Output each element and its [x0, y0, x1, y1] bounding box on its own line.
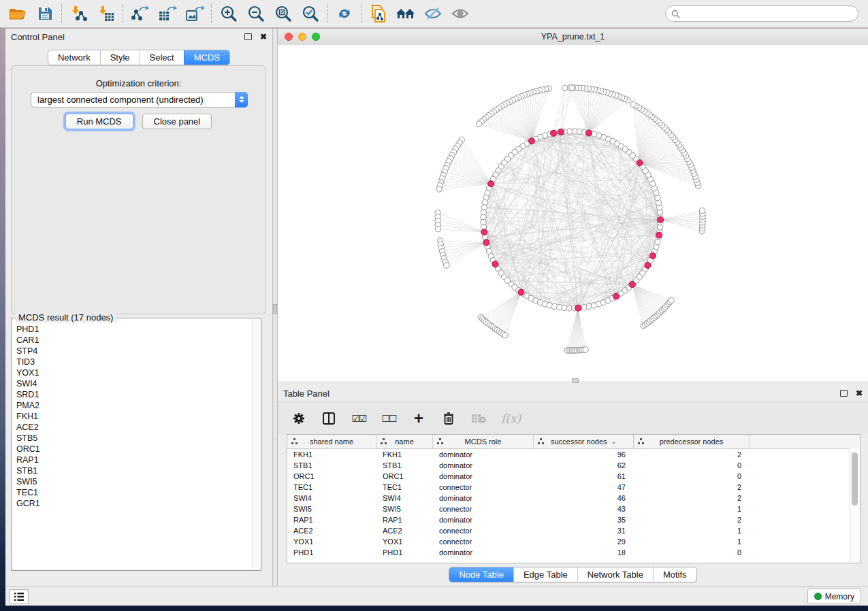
tab-motifs[interactable]: Motifs: [653, 567, 696, 582]
table-row[interactable]: ACE2ACE2connector311: [287, 525, 860, 536]
float-panel-icon[interactable]: [244, 33, 252, 40]
add-column-button[interactable]: +: [411, 410, 426, 427]
task-history-button[interactable]: [10, 589, 29, 604]
first-neighbors-button[interactable]: [392, 2, 419, 25]
vertical-splitter[interactable]: [272, 29, 278, 587]
graph-mcds-hub-node[interactable]: [575, 305, 581, 311]
graph-satellite-node[interactable]: [630, 101, 636, 107]
run-mcds-button[interactable]: Run MCDS: [65, 114, 133, 129]
graph-mcds-hub-node[interactable]: [492, 261, 498, 267]
graph-satellite-node[interactable]: [435, 227, 440, 232]
horizontal-splitter-handle[interactable]: [572, 378, 579, 383]
graph-satellite-node[interactable]: [583, 347, 588, 352]
mcds-result-item[interactable]: FKH1: [16, 411, 252, 422]
tab-mcds[interactable]: MCDS: [184, 50, 229, 65]
mcds-result-item[interactable]: CAR1: [16, 335, 252, 346]
table-row[interactable]: SWI5SWI5connector431: [287, 503, 860, 514]
table-options-button[interactable]: [291, 410, 306, 427]
export-image-button[interactable]: [181, 2, 208, 25]
graph-mcds-hub-node[interactable]: [481, 229, 487, 235]
mcds-result-item[interactable]: RAP1: [16, 455, 252, 465]
show-column-panel-button[interactable]: [321, 410, 336, 427]
table-row[interactable]: YOX1YOX1connector291: [287, 536, 860, 547]
graph-satellite-node[interactable]: [699, 208, 705, 213]
graph-mcds-hub-node[interactable]: [658, 217, 664, 223]
graph-mcds-hub-node[interactable]: [558, 129, 564, 135]
graph-mcds-hub-node[interactable]: [645, 263, 651, 269]
table-row[interactable]: FKH1FKH1dominator962: [287, 449, 860, 460]
table-row[interactable]: RAP1RAP1dominator352: [287, 514, 860, 525]
export-network-button[interactable]: [127, 2, 154, 25]
graph-mcds-hub-node[interactable]: [613, 293, 620, 299]
graph-mcds-hub-node[interactable]: [637, 160, 643, 166]
column-header-predecessor-nodes[interactable]: predecessor nodes: [634, 435, 750, 448]
import-network-button[interactable]: [65, 2, 93, 25]
graph-mcds-hub-node[interactable]: [585, 130, 592, 136]
mcds-result-item[interactable]: SRD1: [16, 389, 252, 400]
graph-mcds-hub-node[interactable]: [529, 138, 535, 144]
graph-mcds-hub-node[interactable]: [551, 130, 557, 136]
network-graph[interactable]: [278, 45, 868, 381]
table-row[interactable]: ORC1ORC1dominator610: [287, 471, 860, 482]
mcds-result-item[interactable]: STB1: [16, 465, 252, 476]
hide-selected-button[interactable]: [419, 2, 447, 25]
deselect-all-rows-button[interactable]: ☐☐: [381, 410, 396, 427]
zoom-selected-button[interactable]: [297, 2, 324, 25]
tab-style[interactable]: Style: [100, 50, 140, 65]
delete-column-button[interactable]: [441, 410, 456, 427]
tab-node-table[interactable]: Node Table: [449, 567, 513, 582]
tab-network-table[interactable]: Network Table: [577, 567, 653, 582]
column-header-name[interactable]: name: [376, 435, 433, 448]
float-panel-icon[interactable]: [840, 390, 848, 397]
column-header-successor-nodes[interactable]: successor nodes⌄: [534, 435, 634, 448]
graph-satellite-node[interactable]: [502, 333, 508, 338]
graph-mcds-hub-node[interactable]: [518, 289, 524, 295]
graph-satellite-node[interactable]: [562, 85, 568, 90]
graph-satellite-node[interactable]: [669, 297, 674, 303]
apply-layout-button[interactable]: [331, 2, 358, 25]
mcds-result-item[interactable]: PHD1: [16, 324, 252, 335]
mcds-result-item[interactable]: TID3: [16, 357, 252, 367]
export-table-button[interactable]: [154, 2, 181, 25]
select-all-rows-button[interactable]: ☑☑: [351, 410, 366, 427]
mcds-result-item[interactable]: STP4: [16, 346, 252, 357]
column-header-shared-name[interactable]: shared name: [287, 435, 376, 448]
search-input[interactable]: [684, 8, 858, 19]
column-header-MCDS-role[interactable]: MCDS role: [433, 435, 534, 448]
graph-satellite-node[interactable]: [436, 186, 442, 192]
vertical-splitter-handle[interactable]: [273, 304, 277, 314]
table-scrollbar[interactable]: [850, 448, 860, 563]
graph-mcds-hub-node[interactable]: [488, 181, 494, 187]
graph-mcds-hub-node[interactable]: [649, 252, 656, 259]
tab-network[interactable]: Network: [48, 50, 100, 65]
graph-satellite-node[interactable]: [477, 121, 482, 127]
graph-mcds-hub-node[interactable]: [629, 282, 635, 288]
graph-satellite-node[interactable]: [444, 263, 449, 268]
mcds-result-item[interactable]: TEC1: [16, 487, 252, 498]
close-panel-icon[interactable]: ✖: [856, 389, 863, 397]
mcds-result-item[interactable]: YOX1: [16, 367, 252, 378]
close-panel-icon[interactable]: ✖: [260, 33, 267, 41]
zoom-in-button[interactable]: [215, 2, 242, 25]
table-row[interactable]: SWI4SWI4dominator462: [287, 493, 860, 503]
graph-mcds-hub-node[interactable]: [483, 240, 489, 246]
node-table[interactable]: shared namenameMCDS rolesuccessor nodes⌄…: [287, 434, 861, 563]
mcds-result-item[interactable]: GCR1: [16, 498, 252, 509]
clone-network-button[interactable]: [365, 2, 392, 25]
graph-mcds-hub-node[interactable]: [656, 232, 662, 238]
show-all-button[interactable]: [447, 2, 474, 25]
mcds-result-item[interactable]: STB5: [16, 433, 252, 444]
zoom-fit-button[interactable]: [270, 2, 297, 25]
table-row[interactable]: TEC1TEC1connector472: [287, 482, 860, 493]
close-panel-button[interactable]: Close panel: [142, 114, 212, 129]
zoom-out-button[interactable]: [242, 2, 270, 25]
mcds-result-list[interactable]: PHD1CAR1STP4TID3YOX1SWI4SRD1PMA2FKH1ACE2…: [12, 324, 252, 569]
tab-select[interactable]: Select: [140, 50, 184, 65]
memory-button[interactable]: Memory: [807, 589, 861, 604]
table-scrollbar-thumb[interactable]: [852, 452, 858, 506]
optimization-criterion-select[interactable]: largest connected component (undirected): [31, 92, 248, 108]
mcds-result-item[interactable]: SWI4: [16, 378, 252, 389]
import-table-button[interactable]: [93, 2, 120, 25]
mcds-result-item[interactable]: ACE2: [16, 422, 252, 433]
table-row[interactable]: STB1STB1dominator620: [287, 460, 860, 471]
